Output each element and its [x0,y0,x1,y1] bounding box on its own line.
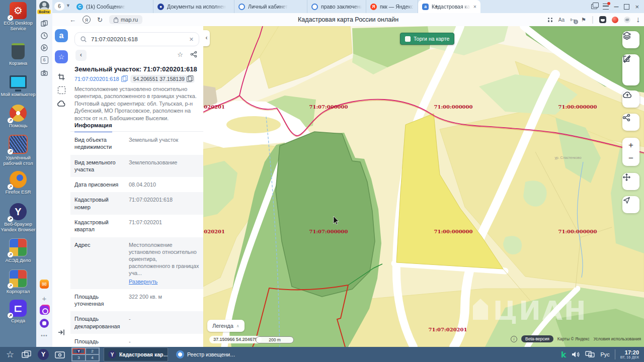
zoom-out-button[interactable]: − [628,152,633,165]
screenshot-camera-icon[interactable] [40,68,49,77]
tab-favicon: ● [157,4,164,10]
coordinates-chip[interactable]: 54.206551 37.158139 [130,75,195,83]
folder-viewer-icon[interactable] [53,349,66,360]
search-box[interactable]: 71:07:020201:618 ✕ [74,32,199,46]
tab-messages[interactable]: C (1k) Сообщение [72,0,153,13]
map-collapse-button[interactable]: ‹ [203,30,210,46]
cloud-upload-button[interactable] [622,90,639,108]
tab-law[interactable]: право заключения догов [307,0,366,13]
tab-cadastral-map-active[interactable]: a Кадастровая карта Ро × [418,0,480,13]
system-tray: k Рус 17:20 ВТ, 16 ДЕК [561,349,644,359]
desktop-icon-trash[interactable]: Корзина [0,43,36,66]
desktop-icon-asad-delo[interactable]: ↗ АСЭД Дело [0,238,36,263]
task-window-registry[interactable]: Реестр извещени… [172,348,235,361]
layers-icon [622,31,631,40]
clock[interactable]: 17:20 ВТ, 16 ДЕК [615,349,639,359]
zoom-in-button[interactable]: + [628,139,633,152]
workspace-4[interactable]: 4 [86,354,99,361]
cadastral-label: 71:00:000000 [434,229,473,234]
cloud-icon[interactable] [57,99,66,108]
saved-tabs-icon[interactable] [591,4,597,9]
edit-icon[interactable] [622,54,631,63]
tab-yandex-search[interactable]: Я пкк — Яндекс: нашлось [366,0,418,13]
task-window-cadastral[interactable]: Y Кадастровая кар… [104,347,168,361]
layers-button[interactable] [622,31,639,48]
selection-area-icon[interactable] [57,85,66,95]
protect-icon[interactable]: 🗝1 [570,17,576,23]
desktop-icon-remote-desktop[interactable]: ↗ Удалённый рабочий стол [0,135,36,166]
cadastral-number-chip[interactable]: 71:07:020201:618 [74,76,126,82]
extension-ball-icon[interactable] [612,17,618,23]
collapse-panel-icon[interactable] [57,328,66,337]
show-windows-icon[interactable] [20,349,33,360]
close-button[interactable]: × [635,3,639,11]
tab-documents[interactable]: ● Документы на исполнен [153,0,234,13]
language-indicator[interactable]: Рус [600,351,609,357]
minimize-button[interactable]: – [614,2,619,11]
menu-icon[interactable] [603,4,609,10]
desktop-icon-korportal[interactable]: ↗ Корпортал [0,269,36,295]
new-tab-button[interactable]: + [435,3,439,10]
clear-search-icon[interactable]: ✕ [189,36,194,43]
tab-personal-cabinet[interactable]: Личный кабинет [234,0,307,13]
alice-toolbar-icon[interactable] [599,16,606,23]
launcher-star-icon[interactable]: ☆ [4,349,17,360]
torgi-checkbox[interactable] [405,36,411,42]
desktop-icon-label: Мой компьютер [0,92,36,98]
cadastral-map[interactable]: 71:07:020201 71:07:000000 71:00:000000 7… [203,26,644,347]
tab-count-pill[interactable]: 6 [54,2,64,11]
play-icon[interactable] [40,43,49,52]
copy-icon[interactable] [121,76,126,82]
displays-icon[interactable] [585,350,595,358]
tabs-chevron-down-icon[interactable]: ▼ [66,3,70,8]
favorite-star-icon[interactable]: ☆ [177,51,183,58]
torgi-toggle-button[interactable]: Торги на карте [400,33,454,45]
parcel-title: Земельный участок: 71:07:020201:618 [74,65,200,73]
desktop-icon-sreda[interactable]: ⊏↗ Среда [0,300,36,324]
tab-panels-icon[interactable] [40,19,49,28]
pan-button[interactable] [622,173,639,190]
browser-side-panel: Войти 6 ✉ + ••• [36,0,53,347]
desktop-icon-firefox[interactable]: ↗ Firefox ESR [0,171,36,195]
tab-information[interactable]: Информация [74,122,112,132]
sidebar-favorites-active[interactable]: ☆ [55,50,68,63]
add-panel-icon[interactable]: + [40,294,49,303]
crop-tool-icon[interactable] [57,72,66,81]
desktop-icon-help[interactable]: ↗ Помощь [0,105,36,129]
terms-link[interactable]: Условия использования [594,336,641,341]
desktop-icon-yandex-browser[interactable]: Y↗ Веб-браузер Yandex Browser [0,203,36,233]
extensions-grid-icon[interactable] [548,18,553,22]
my-location-button[interactable] [622,196,639,213]
search-input[interactable]: 71:07:020201:618 [91,36,185,42]
yandex-taskbar-icon[interactable]: Y [37,349,50,360]
workspace-2[interactable]: 2 [86,348,99,354]
desktop-icon-my-computer[interactable]: Мой компьютер [0,73,36,98]
share-icon[interactable] [190,51,197,58]
panel-back-button[interactable]: ‹ [75,50,87,61]
bookmark-flag-icon[interactable]: ⚑ [581,17,586,23]
workspace-1-active[interactable]: Y [72,348,86,354]
extension-bird-icon[interactable] [624,17,630,23]
signin-badge[interactable]: Войти [37,10,51,14]
legend-button[interactable]: Легенда∧ [207,320,245,332]
info-icon[interactable]: i [511,336,517,342]
mail-icon[interactable]: ✉ [40,280,49,289]
tab-counter-badge[interactable]: 6 [40,55,49,64]
more-dots-icon[interactable]: ••• [40,331,49,340]
copy-icon[interactable] [187,76,192,82]
app-logo[interactable]: a [55,29,68,42]
tab-close-icon[interactable]: × [473,4,476,10]
screenshot-tool-icon[interactable] [40,306,49,315]
volume-icon[interactable] [571,350,580,358]
workspace-3[interactable]: 3 [72,354,86,361]
desktop-icon-eos[interactable]: ⚙↗ EOS Desktop Service [0,2,36,32]
map-share-button[interactable] [622,114,639,131]
history-clock-icon[interactable] [40,31,49,40]
consultant-tray-icon[interactable]: k [561,350,567,359]
firefox-icon: ↗ [10,171,27,188]
maximize-button[interactable] [624,4,629,10]
downloads-icon[interactable]: ↓ [636,15,640,24]
reader-mode-icon[interactable]: Aa [558,17,565,23]
alice-icon[interactable] [40,319,49,328]
expand-link[interactable]: Развернуть [129,278,157,285]
